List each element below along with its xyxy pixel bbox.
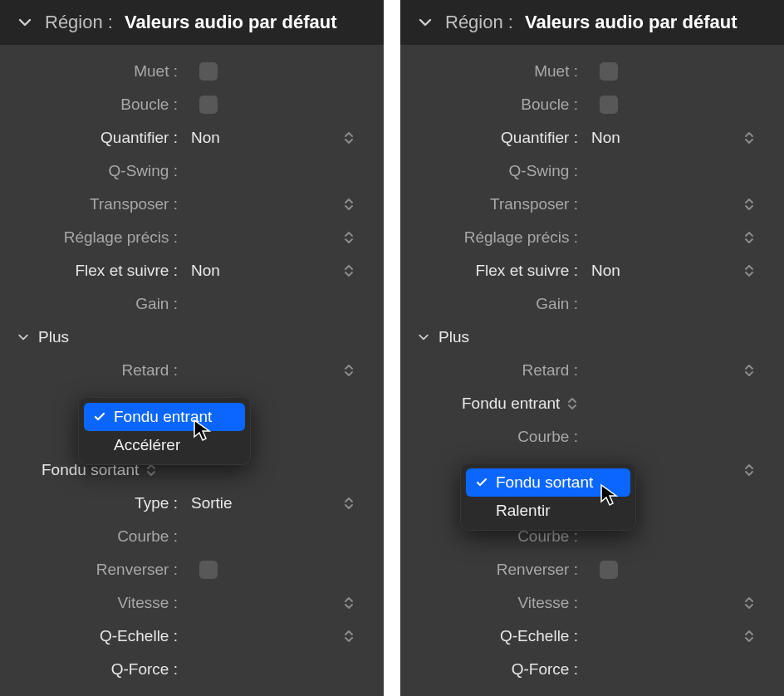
chevron-down-icon [17,14,33,31]
section-plus[interactable]: Plus [400,321,784,354]
popup-item-label: Fondu sortant [496,473,593,492]
row-qforce: Q-Force : [0,653,384,686]
row-gain: Gain : [400,287,784,321]
chevron-down-icon [417,14,434,31]
popup-item-fondu-sortant[interactable]: Fondu sortant [466,468,630,497]
label-flex: Flex et suivre : [0,262,183,280]
popup-item-ralentir[interactable]: Ralentir [466,497,630,525]
label-vitesse: Vitesse : [400,594,583,612]
label-flex: Flex et suivre : [400,262,583,280]
chevron-down-icon [17,331,30,344]
label-gain: Gain : [0,295,183,313]
row-vitesse: Vitesse : [400,586,784,620]
panel-header[interactable]: Région : Valeurs audio par défaut [0,0,384,45]
popup-fade-in[interactable]: Fondu entrant Accélérer [78,397,251,465]
row-flex: Flex et suivre : Non [0,254,384,287]
row-qechelle: Q-Echelle : [400,620,784,653]
row-boucle: Boucle : [400,88,784,121]
section-plus-label: Plus [439,328,469,346]
dropdown-fondu-entrant[interactable]: Fondu entrant [462,395,578,413]
checkbox-muet[interactable] [600,62,618,81]
panel-body: Muet : Boucle : Quantifier : Non Q-Swing… [400,45,784,696]
panel-header[interactable]: Région : Valeurs audio par défaut [400,0,784,45]
popup-item-fondu-entrant[interactable]: Fondu entrant [84,403,245,431]
header-label: Région : [45,12,113,33]
stepper-qechelle[interactable] [733,628,766,645]
row-muet: Muet : [0,55,384,88]
label-boucle: Boucle : [400,96,583,114]
stepper-vitesse[interactable] [733,595,766,611]
row-muet: Muet : [400,55,784,88]
chevron-down-icon [417,331,430,344]
row-qswing: Q-Swing : [0,154,384,188]
label-reglage: Réglage précis : [400,228,583,247]
label-qswing: Q-Swing : [400,162,583,180]
checkbox-boucle[interactable] [600,96,618,114]
label-qforce: Q-Force : [400,660,583,679]
row-courbe-fo: Courbe : [0,520,384,553]
value-quantifier[interactable]: Non [183,129,332,147]
popup-item-accelerer[interactable]: Accélérer [84,431,245,459]
row-retard: Retard : [0,354,384,387]
stepper-qechelle[interactable] [332,628,365,645]
value-quantifier[interactable]: Non [583,129,733,147]
label-muet: Muet : [0,62,183,81]
label-vitesse: Vitesse : [0,594,183,612]
row-gain: Gain : [0,287,384,321]
stepper-transposer[interactable] [733,196,766,213]
section-plus[interactable]: Plus [0,321,384,354]
panel-body: Muet : Boucle : Quantifier : Non Q-Swing… [0,45,384,696]
popup-item-label: Accélérer [114,436,180,454]
label-quantifier: Quantifier : [0,129,183,147]
row-renverser: Renverser : [400,553,784,586]
value-flex[interactable]: Non [183,262,332,280]
row-renverser: Renverser : [0,553,384,586]
label-qswing: Q-Swing : [0,162,183,180]
checkbox-boucle[interactable] [199,96,218,114]
popup-fade-out[interactable]: Fondu sortant Ralentir [460,463,636,531]
checkbox-muet[interactable] [199,62,218,81]
stepper-quantifier[interactable] [733,130,766,146]
popup-item-label: Ralentir [496,502,550,520]
row-qechelle: Q-Echelle : [0,620,384,653]
label-gain: Gain : [400,295,583,313]
header-value: Valeurs audio par défaut [525,12,737,33]
label-retard: Retard : [400,361,583,380]
stepper-vitesse[interactable] [332,595,365,611]
row-fondu-entrant: Fondu entrant [400,387,784,420]
stepper-type[interactable] [332,495,365,512]
checkbox-renverser[interactable] [199,561,218,579]
stepper-fondu-sortant[interactable] [733,462,766,478]
stepper-retard[interactable] [332,362,365,379]
region-inspector-left: Région : Valeurs audio par défaut Muet :… [0,0,384,696]
stepper-retard[interactable] [733,362,766,379]
check-icon [92,410,107,424]
row-qforce: Q-Force : [400,653,784,686]
label-renverser: Renverser : [400,561,583,579]
label-qforce: Q-Force : [0,660,183,679]
value-type[interactable]: Sortie [183,494,332,512]
label-qechelle: Q-Echelle : [400,627,583,645]
label-transposer: Transposer : [0,195,183,213]
stepper-flex[interactable] [733,262,766,279]
row-retard: Retard : [400,354,784,387]
label-transposer: Transposer : [400,195,583,213]
label-renverser: Renverser : [0,561,183,579]
stepper-reglage[interactable] [733,229,766,246]
stepper-quantifier[interactable] [332,130,365,146]
row-quantifier: Quantifier : Non [400,121,784,154]
stepper-flex[interactable] [332,262,365,279]
row-reglage: Réglage précis : [400,221,784,254]
label-type: Type : [0,494,183,512]
label-reglage: Réglage précis : [0,228,183,247]
row-reglage: Réglage précis : [0,221,384,254]
label-qechelle: Q-Echelle : [0,627,183,645]
section-plus-label: Plus [38,328,69,346]
check-icon [474,476,489,489]
dropdown-fondu-entrant-label: Fondu entrant [462,395,560,413]
checkbox-renverser[interactable] [600,561,618,579]
label-muet: Muet : [400,62,583,81]
stepper-transposer[interactable] [332,196,365,213]
value-flex[interactable]: Non [583,262,733,280]
stepper-reglage[interactable] [332,229,365,246]
